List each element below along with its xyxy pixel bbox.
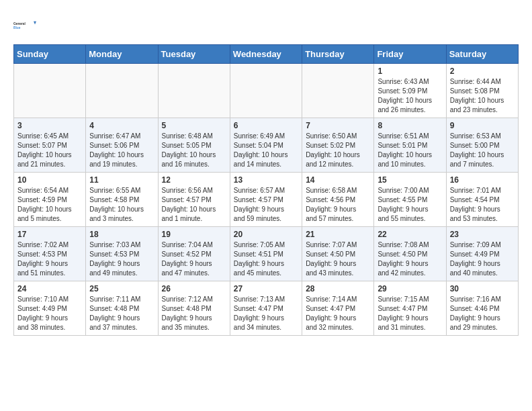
empty-cell bbox=[86, 64, 158, 118]
day-cell-23: 23Sunrise: 7:09 AM Sunset: 4:49 PM Dayli… bbox=[446, 227, 518, 281]
day-cell-25: 25Sunrise: 7:11 AM Sunset: 4:48 PM Dayli… bbox=[86, 281, 158, 336]
weekday-header-saturday: Saturday bbox=[446, 45, 518, 64]
day-info: Sunrise: 6:54 AM Sunset: 4:59 PM Dayligh… bbox=[17, 186, 82, 224]
day-cell-8: 8Sunrise: 6:51 AM Sunset: 5:01 PM Daylig… bbox=[374, 118, 446, 173]
weekday-header-row: SundayMondayTuesdayWednesdayThursdayFrid… bbox=[14, 45, 519, 64]
day-cell-22: 22Sunrise: 7:08 AM Sunset: 4:50 PM Dayli… bbox=[374, 227, 446, 281]
day-info: Sunrise: 6:55 AM Sunset: 4:58 PM Dayligh… bbox=[89, 186, 154, 224]
day-info: Sunrise: 6:58 AM Sunset: 4:56 PM Dayligh… bbox=[306, 186, 370, 224]
day-info: Sunrise: 7:00 AM Sunset: 4:55 PM Dayligh… bbox=[378, 186, 442, 224]
svg-text:Blue: Blue bbox=[13, 26, 21, 30]
day-number: 26 bbox=[162, 284, 226, 293]
day-info: Sunrise: 7:02 AM Sunset: 4:53 PM Dayligh… bbox=[17, 240, 82, 278]
day-info: Sunrise: 6:50 AM Sunset: 5:02 PM Dayligh… bbox=[306, 132, 370, 169]
week-row-4: 17Sunrise: 7:02 AM Sunset: 4:53 PM Dayli… bbox=[14, 227, 519, 281]
day-cell-15: 15Sunrise: 7:00 AM Sunset: 4:55 PM Dayli… bbox=[374, 173, 446, 227]
day-cell-24: 24Sunrise: 7:10 AM Sunset: 4:49 PM Dayli… bbox=[14, 281, 86, 336]
day-number: 3 bbox=[17, 121, 82, 130]
day-number: 14 bbox=[306, 175, 370, 185]
day-number: 17 bbox=[17, 230, 82, 239]
day-cell-30: 30Sunrise: 7:16 AM Sunset: 4:46 PM Dayli… bbox=[446, 281, 518, 336]
day-number: 12 bbox=[162, 175, 226, 185]
day-number: 4 bbox=[89, 121, 154, 130]
day-number: 30 bbox=[450, 284, 515, 293]
day-number: 15 bbox=[378, 175, 442, 185]
day-info: Sunrise: 6:49 AM Sunset: 5:04 PM Dayligh… bbox=[234, 132, 298, 169]
day-info: Sunrise: 7:03 AM Sunset: 4:53 PM Dayligh… bbox=[89, 240, 154, 278]
week-row-5: 24Sunrise: 7:10 AM Sunset: 4:49 PM Dayli… bbox=[14, 281, 519, 336]
day-cell-19: 19Sunrise: 7:04 AM Sunset: 4:52 PM Dayli… bbox=[158, 227, 230, 281]
weekday-header-sunday: Sunday bbox=[14, 45, 86, 64]
week-row-1: 1Sunrise: 6:43 AM Sunset: 5:09 PM Daylig… bbox=[14, 64, 519, 118]
day-info: Sunrise: 7:10 AM Sunset: 4:49 PM Dayligh… bbox=[17, 295, 82, 332]
day-info: Sunrise: 7:09 AM Sunset: 4:49 PM Dayligh… bbox=[450, 240, 515, 278]
day-cell-5: 5Sunrise: 6:48 AM Sunset: 5:05 PM Daylig… bbox=[158, 118, 230, 173]
day-info: Sunrise: 6:51 AM Sunset: 5:01 PM Dayligh… bbox=[378, 132, 442, 169]
day-cell-17: 17Sunrise: 7:02 AM Sunset: 4:53 PM Dayli… bbox=[14, 227, 86, 281]
day-number: 20 bbox=[234, 230, 298, 239]
day-info: Sunrise: 7:13 AM Sunset: 4:47 PM Dayligh… bbox=[234, 295, 298, 332]
day-number: 7 bbox=[306, 121, 370, 130]
weekday-header-friday: Friday bbox=[374, 45, 446, 64]
day-cell-26: 26Sunrise: 7:12 AM Sunset: 4:48 PM Dayli… bbox=[158, 281, 230, 336]
day-number: 19 bbox=[162, 230, 226, 239]
day-cell-10: 10Sunrise: 6:54 AM Sunset: 4:59 PM Dayli… bbox=[14, 173, 86, 227]
day-cell-16: 16Sunrise: 7:01 AM Sunset: 4:54 PM Dayli… bbox=[446, 173, 518, 227]
empty-cell bbox=[14, 64, 86, 118]
day-cell-29: 29Sunrise: 7:15 AM Sunset: 4:47 PM Dayli… bbox=[374, 281, 446, 336]
weekday-header-thursday: Thursday bbox=[302, 45, 374, 64]
day-info: Sunrise: 7:15 AM Sunset: 4:47 PM Dayligh… bbox=[378, 295, 442, 332]
weekday-header-tuesday: Tuesday bbox=[158, 45, 230, 64]
day-number: 24 bbox=[17, 284, 82, 293]
week-row-2: 3Sunrise: 6:45 AM Sunset: 5:07 PM Daylig… bbox=[14, 118, 519, 173]
day-info: Sunrise: 6:45 AM Sunset: 5:07 PM Dayligh… bbox=[17, 132, 82, 169]
day-cell-13: 13Sunrise: 6:57 AM Sunset: 4:57 PM Dayli… bbox=[230, 173, 302, 227]
day-info: Sunrise: 6:43 AM Sunset: 5:09 PM Dayligh… bbox=[378, 77, 442, 115]
day-number: 6 bbox=[234, 121, 298, 130]
day-cell-12: 12Sunrise: 6:56 AM Sunset: 4:57 PM Dayli… bbox=[158, 173, 230, 227]
day-cell-4: 4Sunrise: 6:47 AM Sunset: 5:06 PM Daylig… bbox=[86, 118, 158, 173]
day-number: 9 bbox=[450, 121, 515, 130]
day-cell-27: 27Sunrise: 7:13 AM Sunset: 4:47 PM Dayli… bbox=[230, 281, 302, 336]
day-info: Sunrise: 7:05 AM Sunset: 4:51 PM Dayligh… bbox=[234, 240, 298, 278]
weekday-header-wednesday: Wednesday bbox=[230, 45, 302, 64]
day-info: Sunrise: 6:47 AM Sunset: 5:06 PM Dayligh… bbox=[89, 132, 154, 169]
empty-cell bbox=[158, 64, 230, 118]
svg-marker-2 bbox=[34, 21, 36, 25]
day-info: Sunrise: 7:08 AM Sunset: 4:50 PM Dayligh… bbox=[378, 240, 442, 278]
day-info: Sunrise: 6:48 AM Sunset: 5:05 PM Dayligh… bbox=[162, 132, 226, 169]
day-number: 13 bbox=[234, 175, 298, 185]
day-cell-11: 11Sunrise: 6:55 AM Sunset: 4:58 PM Dayli… bbox=[86, 173, 158, 227]
day-cell-2: 2Sunrise: 6:44 AM Sunset: 5:08 PM Daylig… bbox=[446, 64, 518, 118]
day-info: Sunrise: 7:04 AM Sunset: 4:52 PM Dayligh… bbox=[162, 240, 226, 278]
day-number: 18 bbox=[89, 230, 154, 239]
day-cell-14: 14Sunrise: 6:58 AM Sunset: 4:56 PM Dayli… bbox=[302, 173, 374, 227]
day-cell-6: 6Sunrise: 6:49 AM Sunset: 5:04 PM Daylig… bbox=[230, 118, 302, 173]
day-info: Sunrise: 7:01 AM Sunset: 4:54 PM Dayligh… bbox=[450, 186, 515, 224]
day-number: 27 bbox=[234, 284, 298, 293]
day-number: 28 bbox=[306, 284, 370, 293]
day-info: Sunrise: 6:44 AM Sunset: 5:08 PM Dayligh… bbox=[450, 77, 515, 115]
day-number: 11 bbox=[89, 175, 154, 185]
day-info: Sunrise: 7:14 AM Sunset: 4:47 PM Dayligh… bbox=[306, 295, 370, 332]
day-number: 16 bbox=[450, 175, 515, 185]
day-number: 23 bbox=[450, 230, 515, 239]
empty-cell bbox=[302, 64, 374, 118]
day-info: Sunrise: 6:56 AM Sunset: 4:57 PM Dayligh… bbox=[162, 186, 226, 224]
day-info: Sunrise: 6:57 AM Sunset: 4:57 PM Dayligh… bbox=[234, 186, 298, 224]
day-info: Sunrise: 7:07 AM Sunset: 4:50 PM Dayligh… bbox=[306, 240, 370, 278]
week-row-3: 10Sunrise: 6:54 AM Sunset: 4:59 PM Dayli… bbox=[14, 173, 519, 227]
logo: General Blue bbox=[13, 13, 40, 38]
day-cell-1: 1Sunrise: 6:43 AM Sunset: 5:09 PM Daylig… bbox=[374, 64, 446, 118]
day-cell-3: 3Sunrise: 6:45 AM Sunset: 5:07 PM Daylig… bbox=[14, 118, 86, 173]
calendar-table: SundayMondayTuesdayWednesdayThursdayFrid… bbox=[13, 44, 519, 336]
day-number: 1 bbox=[378, 66, 442, 76]
day-cell-21: 21Sunrise: 7:07 AM Sunset: 4:50 PM Dayli… bbox=[302, 227, 374, 281]
day-cell-18: 18Sunrise: 7:03 AM Sunset: 4:53 PM Dayli… bbox=[86, 227, 158, 281]
day-number: 22 bbox=[378, 230, 442, 239]
day-info: Sunrise: 7:11 AM Sunset: 4:48 PM Dayligh… bbox=[89, 295, 154, 332]
empty-cell bbox=[230, 64, 302, 118]
day-cell-20: 20Sunrise: 7:05 AM Sunset: 4:51 PM Dayli… bbox=[230, 227, 302, 281]
day-info: Sunrise: 7:12 AM Sunset: 4:48 PM Dayligh… bbox=[162, 295, 226, 332]
svg-text:General: General bbox=[13, 22, 26, 26]
